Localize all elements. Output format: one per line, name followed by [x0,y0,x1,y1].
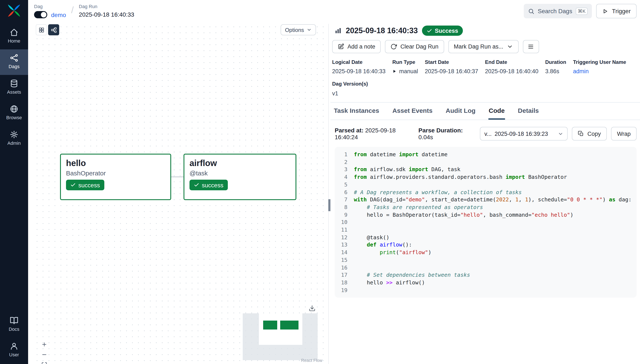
meta-logical-date: Logical Date 2025-09-18 16:40:33 [332,59,386,74]
code-line: 15 [338,256,632,264]
task-status-label: success [202,182,223,188]
code-line: 12 @task() [338,234,632,241]
airflow-logo-icon [7,4,21,18]
meta-label: Run Type [392,59,418,65]
triggering-user-link[interactable]: admin [573,68,626,74]
copy-button[interactable]: Copy [572,127,607,140]
search-dags-button[interactable]: Search Dags ⌘K [524,4,592,18]
task-node-airflow[interactable]: airflow @task success [184,154,296,200]
tab-code[interactable]: Code [488,102,505,120]
run-menu-button[interactable] [523,40,539,53]
grid-view-button[interactable] [36,24,47,35]
fit-view-button[interactable] [40,361,48,364]
dag-label: Dag [34,4,66,9]
run-status-label: Success [435,28,458,34]
breadcrumb-separator: / [71,5,74,18]
code-line: 2 [338,158,632,166]
panel-splitter[interactable] [328,24,329,364]
bar-chart-icon [335,27,342,34]
graph-minimap[interactable] [243,313,318,360]
breadcrumb: Dag demo / Dag Run 2025-09-18 16:40:33 [34,4,134,18]
meta-start-date: Start Date 2025-09-18 16:40:37 [425,59,478,74]
breadcrumb-dag-run: Dag Run 2025-09-18 16:40:33 [79,4,134,18]
zoom-controls [40,340,48,364]
code-line: 3from airflow.sdk import DAG, task [338,166,632,173]
home-icon [10,28,18,36]
graph-view-toggles [36,24,59,35]
task-status-badge: success [190,180,228,190]
sidebar-item-dags[interactable]: Dags [0,50,28,75]
parse-duration: Parse Duration: 0.04s [418,127,472,140]
dag-source-code: 1from datetime import datetime23from air… [335,147,636,298]
mark-dag-run-as-button[interactable]: Mark Dag Run as... [448,40,519,53]
toggle-knob [41,12,46,18]
sidebar-item-home[interactable]: Home [0,24,28,50]
dag-graph-canvas[interactable]: Options hello BashOperator success airfl… [34,24,326,364]
graph-options-button[interactable]: Options [280,24,316,35]
hamburger-icon [528,44,534,50]
dag-pause-toggle[interactable] [34,11,47,18]
search-shortcut: ⌘K [576,8,588,15]
user-icon [10,342,18,350]
run-header: 2025-09-18 16:40:33 Success [335,26,636,36]
airflow-app: Home Dags Assets Browse Admin Docs [0,0,640,364]
code-line: 18 hello >> airflow() [338,279,632,286]
copy-label: Copy [588,130,601,137]
refresh-icon [391,44,397,50]
gear-icon [10,130,18,139]
sidebar-item-browse[interactable]: Browse [0,100,28,126]
task-node-hello[interactable]: hello BashOperator success [60,154,171,200]
code-line: 8 # Tasks are represented as operators [338,204,632,211]
zoom-in-button[interactable] [40,340,48,348]
meta-value: manual [392,68,418,74]
download-graph-button[interactable] [309,305,316,312]
meta-value: 3.86s [545,68,566,74]
check-icon [70,182,76,188]
minimap-node [280,320,298,330]
zoom-out-button[interactable] [40,351,48,358]
meta-label: End Date [485,59,538,65]
version-prefix: v... [484,130,492,137]
sidebar-item-assets[interactable]: Assets [0,75,28,100]
clear-dag-run-button[interactable]: Clear Dag Run [385,40,444,53]
sidebar-item-label: Browse [6,115,22,120]
code-line: 19 [338,286,632,294]
dag-run-label: Dag Run [79,4,134,9]
run-metadata: Logical Date 2025-09-18 16:40:33 Run Typ… [332,59,636,74]
dag-name-link[interactable]: demo [51,11,66,18]
tab-asset-events[interactable]: Asset Events [392,102,433,120]
code-toolbar-right: v... 2025-09-18 16:39:23 Copy Wrap [480,127,636,140]
code-line: 5 [338,181,632,188]
wrap-button[interactable]: Wrap [611,127,636,140]
mark-dag-run-as-label: Mark Dag Run as... [454,44,503,50]
sidebar-item-docs[interactable]: Docs [0,312,28,338]
graph-view-button[interactable] [48,24,59,35]
tab-task-instances[interactable]: Task Instances [334,102,380,120]
parsed-at-label: Parsed at: [335,127,364,134]
chevron-down-icon [507,44,513,50]
trigger-button[interactable]: Trigger [596,4,636,18]
task-operator: BashOperator [66,170,165,177]
browse-icon [10,105,18,113]
meta-run-type: Run Type manual [392,59,418,74]
code-version-select[interactable]: v... 2025-09-18 16:39:23 [480,127,568,140]
sidebar-item-user[interactable]: User [0,338,28,363]
add-note-button[interactable]: Add a note [332,40,381,53]
task-status-label: success [78,182,100,188]
play-icon [392,69,397,74]
add-note-label: Add a note [348,44,375,50]
dag-version-value: v1 [332,90,636,97]
meta-triggering-user: Triggering User Name admin [573,59,626,74]
dag-versions-label: Dag Version(s) [332,81,636,87]
code-line: 16 [338,264,632,271]
sidebar-item-admin[interactable]: Admin [0,126,28,152]
tab-audit-log[interactable]: Audit Log [445,102,476,120]
tab-details[interactable]: Details [517,102,539,120]
code-line: 9 hello = BashOperator(task_id="hello", … [338,211,632,218]
code-line: 4from airflow.providers.standard.operato… [338,173,632,181]
sidebar-item-label: Dags [8,64,19,69]
code-line: 17 # Set dependencies between tasks [338,272,632,279]
task-status-badge: success [66,180,104,190]
grid-icon [38,26,44,33]
run-tabs: Task Instances Asset Events Audit Log Co… [330,102,640,120]
